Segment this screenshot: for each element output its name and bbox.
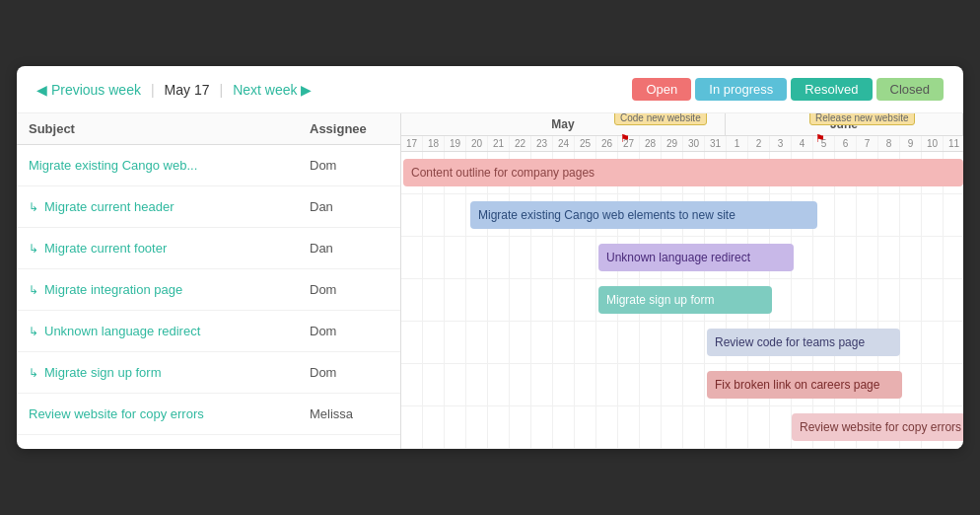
task-subject[interactable]: Review website for copy errors [29,406,310,421]
flag-label: Code new website [614,113,707,125]
bar-unknown-lang[interactable]: Unknown language redirect [598,244,794,271]
bar-broken-link[interactable]: Fix broken link on careers page [707,371,902,399]
col-subject-header: Subject [29,121,310,136]
day-cell: 4 [792,136,813,151]
task-subject[interactable]: ↳Unknown language redirect [29,324,310,338]
flag-label-2: Release new website [809,113,915,125]
indent-icon: ↳ [29,283,38,297]
chart-row-2: Migrate existing Cango web elements to n… [401,194,963,237]
task-subject[interactable]: Migrate existing Cango web... [29,158,310,173]
task-row: ↳Migrate current footer Dan [17,228,400,269]
task-assignee: Dom [310,365,388,380]
day-cell: 22 [510,136,531,151]
day-cell: 30 [683,136,705,151]
main-card: ◀ Previous week | May 17 | Next week ▶ O… [17,66,963,449]
day-cell: 23 [531,136,553,151]
indent-icon: ↳ [29,325,38,338]
days-row: 17 18 19 20 21 22 23 24 25 26 27 Code ne… [401,136,963,152]
chart-row-6: Fix broken link on careers page [401,364,963,406]
flag-release-new-website: Release new website [809,113,915,125]
task-assignee: Melissa [310,406,388,421]
task-assignee: Dan [310,241,388,256]
indent-icon: ↳ [29,200,38,214]
indent-icon: ↳ [29,242,38,256]
day-cell: 26 [596,136,618,151]
task-subject[interactable]: ↳Migrate current header [29,199,310,214]
day-cell: 1 [727,136,748,151]
task-assignee: Dom [310,324,388,338]
flag-code-new-website: Code new website [614,113,707,125]
next-week-button[interactable]: Next week ▶ [233,82,312,98]
task-assignee: Dan [310,199,388,214]
chart-row-5: Review code for teams page [401,322,963,364]
bar-review-teams[interactable]: Review code for teams page [707,329,900,356]
task-panel: Subject Assignee Migrate existing Cango … [17,113,401,449]
current-date: May 17 [165,82,210,98]
separator-2: | [220,82,224,98]
day-cell: 27 Code new website ⚑ [618,136,640,151]
bar-content-outline[interactable]: Content outline for company pages [403,159,963,186]
day-cell: 18 [423,136,445,151]
prev-week-button[interactable]: ◀ Previous week [36,82,141,98]
day-cell: 5 Release new website ⚑ [813,136,835,151]
day-cell: 7 [857,136,878,151]
flag-icon-1: ⚑ [620,132,630,145]
task-row: ↳Migrate sign up form Dom [17,352,400,394]
day-cell: 21 [488,136,510,151]
task-assignee: Dom [310,158,388,173]
chart-rows: Content outline for company pages Migrat… [401,152,963,449]
bar-migrate-cango[interactable]: Migrate existing Cango web elements to n… [470,201,817,229]
task-table-header: Subject Assignee [17,113,400,145]
day-cell: 19 [445,136,466,151]
indent-icon: ↳ [29,366,38,380]
day-cell: 3 [770,136,792,151]
task-subject[interactable]: ↳Migrate integration page [29,282,310,297]
day-cell: 6 [835,136,857,151]
badge-closed[interactable]: Closed [876,78,944,101]
status-filters: Open In progress Resolved Closed [632,78,944,101]
task-row: Review website for copy errors Melissa [17,394,400,435]
day-cell: 29 [662,136,683,151]
day-cell: 10 [922,136,944,151]
task-row: ↳Unknown language redirect Dom [17,311,400,352]
task-subject[interactable]: ↳Migrate sign up form [29,365,310,380]
chart-panel: May June 17 18 19 20 21 22 23 24 25 26 2… [401,113,963,449]
chart-row-4: Migrate sign up form [401,279,963,322]
gantt-body: Subject Assignee Migrate existing Cango … [17,113,963,449]
day-cell: 2 [748,136,770,151]
day-cell: 28 [640,136,662,151]
col-assignee-header: Assignee [310,121,388,136]
task-row: ↳Migrate integration page Dom [17,269,400,311]
flag-icon-2: ⚑ [815,132,825,145]
badge-inprogress[interactable]: In progress [695,78,787,101]
task-subject[interactable]: ↳Migrate current footer [29,241,310,256]
task-row: ↳Migrate current header Dan [17,186,400,228]
day-cell: 8 [878,136,900,151]
badge-resolved[interactable]: Resolved [791,78,872,101]
bar-copy-errors[interactable]: Review website for copy errors [792,413,963,441]
task-row: Migrate existing Cango web... Dom [17,145,400,186]
day-cell: 9 [900,136,922,151]
chart-row-7: Review website for copy errors [401,406,963,449]
day-cell: 25 [575,136,596,151]
gantt-header: ◀ Previous week | May 17 | Next week ▶ O… [17,66,963,113]
day-cell: 20 [466,136,488,151]
chart-row-1: Content outline for company pages [401,152,963,194]
task-assignee: Dom [310,282,388,297]
bar-signup-form[interactable]: Migrate sign up form [598,286,772,314]
separator-1: | [151,82,155,98]
chart-row-3: Unknown language redirect [401,237,963,279]
day-cell: 17 [401,136,423,151]
week-navigation: ◀ Previous week | May 17 | Next week ▶ [36,82,312,98]
day-cell: 31 [705,136,727,151]
badge-open[interactable]: Open [632,78,691,101]
day-cell: 11 [944,136,963,151]
day-cell: 24 [553,136,575,151]
